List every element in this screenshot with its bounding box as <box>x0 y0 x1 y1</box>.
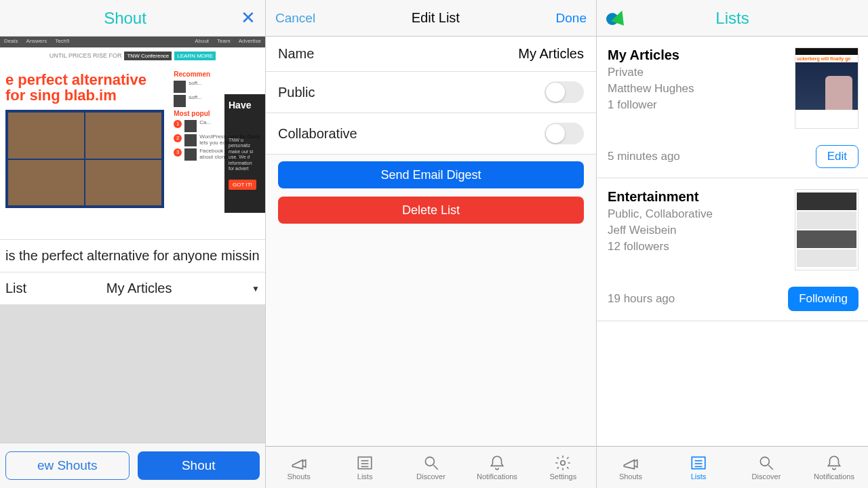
svg-point-11 <box>760 457 769 466</box>
bell-icon <box>825 454 843 472</box>
spacer <box>0 305 265 443</box>
list-label: List <box>5 281 26 296</box>
name-row[interactable]: Name My Articles <box>266 37 596 72</box>
svg-line-5 <box>433 465 438 470</box>
list-selector[interactable]: List My Articles ▼ <box>0 272 265 305</box>
following-button[interactable]: Following <box>788 287 859 311</box>
card-title: My Articles <box>608 47 788 63</box>
tab-lists[interactable]: Lists <box>332 447 397 488</box>
shout-footer: ew Shouts Shout <box>0 443 265 488</box>
svg-point-6 <box>561 461 566 466</box>
card-thumbnail <box>795 189 859 270</box>
card-author: Matthew Hughes <box>608 81 788 97</box>
search-icon <box>422 454 440 472</box>
card-followers: 1 follower <box>608 97 788 113</box>
card-visibility: Private <box>608 64 788 81</box>
public-toggle[interactable] <box>545 81 584 103</box>
list-card: My Articles Private Matthew Hughes 1 fol… <box>597 37 868 178</box>
search-icon <box>757 454 775 472</box>
lists-body[interactable]: My Articles Private Matthew Hughes 1 fol… <box>597 37 868 446</box>
preview-nav: Deals Answers Tech5 About Team Advertise <box>0 37 265 47</box>
video-grid <box>5 110 164 208</box>
shout-panel: Shout ✕ Deals Answers Tech5 About Team A… <box>0 0 266 488</box>
edit-title: Edit List <box>412 10 460 26</box>
card-time: 19 hours ago <box>608 292 675 306</box>
tab-notifications[interactable]: Notifications <box>800 447 868 488</box>
card-thumbnail: uckerberg will finally ge <box>795 47 859 129</box>
list-value: My Articles <box>26 281 252 296</box>
name-label: Name <box>278 46 314 62</box>
cookie-overlay: Have TNW upersonalizmake our siuse. We d… <box>224 94 265 213</box>
lists-header: Lists <box>597 0 868 37</box>
article-title-field[interactable]: is the perfect alternative for anyone mi… <box>0 240 265 272</box>
edit-list-button[interactable]: Edit <box>816 145 859 168</box>
bell-icon <box>488 454 506 472</box>
app-logo <box>606 10 627 26</box>
name-value: My Articles <box>518 46 584 62</box>
gear-icon <box>554 454 572 472</box>
tab-discover[interactable]: Discover <box>732 447 800 488</box>
list-icon <box>356 454 374 472</box>
new-shouts-button[interactable]: ew Shouts <box>5 451 130 480</box>
collab-toggle[interactable] <box>545 123 584 144</box>
cancel-button[interactable]: Cancel <box>275 11 315 26</box>
collab-label: Collaborative <box>278 126 357 142</box>
lists-panel: Lists My Articles Private Matthew Hughes… <box>597 0 868 488</box>
shout-header: Shout ✕ <box>0 0 265 37</box>
send-digest-button[interactable]: Send Email Digest <box>278 161 584 188</box>
public-label: Public <box>278 85 315 100</box>
tab-shouts[interactable]: Shouts <box>266 447 332 488</box>
preview-headline: e perfect alternative for sing blab.im <box>5 72 164 103</box>
preview-banner: UNTIL PRICES RISE FOR TNW Conference LEA… <box>0 47 265 64</box>
svg-line-12 <box>768 465 773 470</box>
edit-list-panel: Cancel Edit List Done Name My Articles P… <box>266 0 597 488</box>
shout-title: Shout <box>104 9 146 28</box>
public-row: Public <box>266 72 596 113</box>
chevron-down-icon: ▼ <box>252 284 260 293</box>
card-followers: 12 followers <box>608 239 788 255</box>
tab-notifications[interactable]: Notifications <box>464 447 530 488</box>
card-title: Entertainment <box>608 189 788 205</box>
lists-title: Lists <box>715 9 749 28</box>
list-card: Entertainment Public, Collaborative Jeff… <box>597 178 868 321</box>
card-visibility: Public, Collaborative <box>608 206 788 222</box>
tab-discover[interactable]: Discover <box>398 447 464 488</box>
shout-button[interactable]: Shout <box>138 451 260 480</box>
done-button[interactable]: Done <box>556 11 587 26</box>
tab-bar: Shouts Lists Discover Notifications Sett… <box>266 446 596 488</box>
edit-header: Cancel Edit List Done <box>266 0 596 37</box>
delete-list-button[interactable]: Delete List <box>278 197 584 224</box>
megaphone-icon <box>622 454 639 472</box>
tab-lists[interactable]: Lists <box>665 447 732 488</box>
close-icon[interactable]: ✕ <box>241 7 256 28</box>
megaphone-icon <box>290 454 308 472</box>
article-preview: Deals Answers Tech5 About Team Advertise… <box>0 37 265 240</box>
collab-row: Collaborative <box>266 113 596 155</box>
tab-settings[interactable]: Settings <box>530 447 596 488</box>
tab-shouts[interactable]: Shouts <box>597 447 665 488</box>
card-time: 5 minutes ago <box>608 150 680 163</box>
card-author: Jeff Weisbein <box>608 222 788 239</box>
list-icon <box>690 454 707 472</box>
tab-bar: Shouts Lists Discover Notifications <box>597 446 868 488</box>
svg-point-4 <box>425 457 434 466</box>
